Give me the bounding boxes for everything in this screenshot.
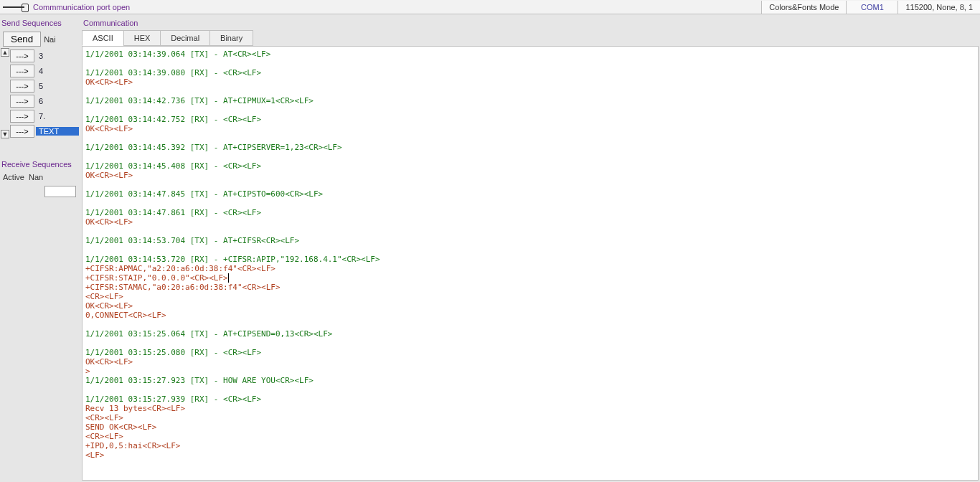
terminal-line: +CIFSR:STAMAC,"a0:20:a6:0d:38:f4"<CR><LF… — [85, 283, 281, 292]
mode-cell[interactable]: Colors&Fonts Mode — [761, 1, 846, 14]
sequence-row[interactable]: --->6 — [10, 93, 80, 108]
sequence-name[interactable]: 4 — [36, 67, 79, 75]
sequence-name[interactable]: TEXT — [36, 127, 79, 136]
terminal-line: 0,CONNECT<CR><LF> — [85, 311, 166, 320]
terminal-line: 1/1/2001 03:14:39.080 [RX] - <CR><LF> — [85, 68, 261, 77]
recv-input[interactable] — [44, 186, 76, 197]
send-sequences-header: Send Sequences — [0, 14, 80, 32]
terminal-line: OK<CR><LF> — [85, 124, 133, 133]
recv-name-col: Nan — [29, 173, 43, 181]
terminal-line: <CR><LF> — [85, 292, 123, 301]
port-cell[interactable]: COM1 — [846, 1, 897, 14]
connector-icon — [3, 2, 29, 12]
scroll-up-icon[interactable]: ▲ — [1, 48, 9, 57]
status-bar: Commmunication port open Colors&Fonts Mo… — [0, 0, 980, 14]
terminal-line: <CR><LF> — [85, 413, 123, 422]
terminal-line: <CR><LF> — [85, 432, 123, 441]
main-area: Send Sequences Send Nai ▲ ▼ --->3--->4--… — [0, 14, 980, 482]
terminal-line: 1/1/2001 03:15:27.923 [TX] - HOW ARE YOU… — [85, 376, 314, 385]
send-arrow-button[interactable]: ---> — [10, 95, 34, 108]
sequence-name[interactable]: 5 — [36, 82, 79, 90]
terminal-line: 1/1/2001 03:14:47.845 [TX] - AT+CIPSTO=6… — [85, 189, 323, 199]
terminal-line: +CIFSR:STAIP,"0.0.0.0"<CR><LF> — [85, 273, 228, 283]
terminal-line: OK<CR><LF> — [85, 357, 133, 367]
sequence-row[interactable]: --->7. — [10, 108, 80, 123]
tab-binary[interactable]: Binary — [209, 30, 253, 46]
tab-hex[interactable]: HEX — [123, 30, 161, 46]
terminal-line: 1/1/2001 03:14:39.064 [TX] - AT<CR><LF> — [85, 49, 270, 59]
terminal-line: 1/1/2001 03:14:45.408 [RX] - <CR><LF> — [85, 161, 261, 171]
send-arrow-button[interactable]: ---> — [10, 80, 34, 93]
sequence-row[interactable]: --->5 — [10, 78, 80, 93]
terminal-line: <LF> — [85, 450, 105, 460]
sequence-row[interactable]: --->TEXT — [10, 123, 80, 138]
communication-header: Communication — [80, 14, 980, 30]
terminal-line: OK<CR><LF> — [85, 77, 133, 87]
sequence-name[interactable]: 7. — [36, 112, 79, 120]
terminal-line: OK<CR><LF> — [85, 171, 133, 180]
terminal-line: SEND OK<CR><LF> — [85, 422, 156, 432]
terminal-line: 1/1/2001 03:14:53.704 [TX] - AT+CIFSR<CR… — [85, 236, 299, 245]
send-arrow-button[interactable]: ---> — [10, 110, 34, 123]
terminal-line: Recv 13 bytes<CR><LF> — [85, 404, 185, 413]
terminal-line: 1/1/2001 03:14:53.720 [RX] - +CIFSR:APIP… — [85, 255, 380, 264]
right-pane: Communication ASCIIHEXDecimalBinary 1/1/… — [80, 14, 980, 482]
scroll-down-icon[interactable]: ▼ — [1, 130, 9, 138]
sequence-row[interactable]: --->3 — [10, 48, 80, 63]
terminal-output[interactable]: 1/1/2001 03:14:39.064 [TX] - AT<CR><LF> … — [82, 46, 979, 481]
terminal-line: OK<CR><LF> — [85, 301, 133, 311]
send-name-col: Nai — [44, 35, 56, 44]
config-cell[interactable]: 115200, None, 8, 1 — [897, 1, 980, 14]
sequence-row[interactable]: --->4 — [10, 63, 80, 78]
send-arrow-button[interactable]: ---> — [10, 125, 34, 138]
sequence-name[interactable]: 3 — [36, 52, 79, 60]
terminal-line: 1/1/2001 03:14:42.736 [TX] - AT+CIPMUX=1… — [85, 96, 314, 105]
terminal-line: 1/1/2001 03:15:25.064 [TX] - AT+CIPSEND=… — [85, 329, 332, 339]
left-pane: Send Sequences Send Nai ▲ ▼ --->3--->4--… — [0, 14, 80, 482]
terminal-line: 1/1/2001 03:14:45.392 [TX] - AT+CIPSERVE… — [85, 143, 342, 152]
send-arrow-button[interactable]: ---> — [10, 65, 34, 77]
status-message: Commmunication port open — [33, 3, 130, 11]
tab-decimal[interactable]: Decimal — [160, 30, 210, 46]
sequence-scroll: ▲ ▼ — [0, 48, 10, 138]
terminal-line: OK<CR><LF> — [85, 217, 133, 227]
terminal-line: 1/1/2001 03:14:42.752 [RX] - <CR><LF> — [85, 115, 261, 124]
terminal-line: +IPD,0,5:hai<CR><LF> — [85, 441, 180, 450]
recv-active-col: Active — [3, 173, 24, 181]
terminal-line: 1/1/2001 03:14:47.861 [RX] - <CR><LF> — [85, 208, 261, 217]
sequence-name[interactable]: 6 — [36, 97, 79, 105]
send-arrow-button[interactable]: ---> — [10, 49, 34, 62]
tab-ascii[interactable]: ASCII — [82, 30, 124, 46]
terminal-line: 1/1/2001 03:15:27.939 [RX] - <CR><LF> — [85, 394, 261, 404]
terminal-line: +CIFSR:APMAC,"a2:20:a6:0d:38:f4"<CR><LF> — [85, 264, 275, 273]
terminal-line: > — [85, 367, 90, 376]
receive-sequences-header: Receive Sequences — [0, 156, 80, 173]
send-button[interactable]: Send — [3, 32, 41, 47]
terminal-line: 1/1/2001 03:15:25.080 [RX] - <CR><LF> — [85, 348, 261, 357]
